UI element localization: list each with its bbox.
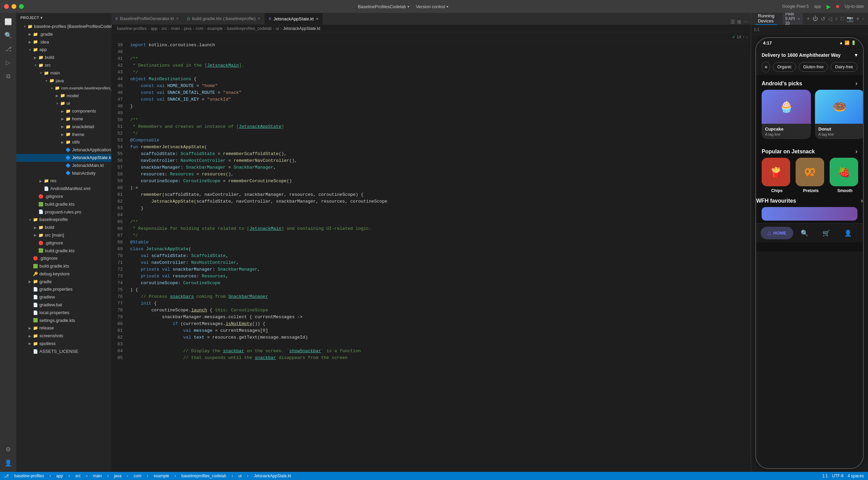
tree-item-gitignore-bp[interactable]: ▶ 🔴 .gitignore [16,239,111,247]
tab-baselineprofile[interactable]: K BaselineProfileGenerator.kt ✕ [111,13,183,24]
tree-item-appstate[interactable]: ▶ 🔷 JetsnackAppState.kt [16,154,111,162]
tree-item-gradle-props[interactable]: ▶ 📄 gradle.properties [16,286,111,293]
maximize-button[interactable] [19,4,24,9]
panel-action-volume-up[interactable]: + [856,16,859,22]
breadcrumb-9[interactable]: JetsnackAppState.kt [283,26,320,31]
tree-item-utils[interactable]: ▶ 📁 utils [16,138,111,146]
tree-item-local-props[interactable]: ▶ 📄 local.properties [16,309,111,317]
tree-item-build-gradle-bp[interactable]: ▶ 🟩 build.gradle.kts [16,247,111,255]
tree-item-build-gradle-root[interactable]: ▶ 🟩 build.gradle.kts [16,262,111,270]
androids-picks-arrow[interactable]: › [855,80,857,87]
panel-action-volume-down[interactable]: - [862,16,864,22]
tree-item-settings-gradle[interactable]: ▶ 🟩 settings.gradle.kts [16,317,111,325]
tree-item-src-main[interactable]: ▶ 📁 src [main] [16,232,111,239]
tree-item-spotless[interactable]: ▶ 📁 spotless [16,340,111,348]
filter-glutenfree[interactable]: Gluten-free [799,62,828,72]
tree-item-proguard[interactable]: ▶ 📄 proguard-rules.pro [16,208,111,216]
filter-icon-btn[interactable]: ≡ [762,62,770,72]
tree-item-snackdetail[interactable]: ▶ 📁 snackdetail [16,123,111,131]
panel-action-home[interactable]: ○ [835,16,838,22]
code-editor[interactable]: 39 40 41 42 43 44 45 46 47 48 49 50 51 5… [111,42,751,472]
code-content[interactable]: import kotlinx.coroutines.launch /** * D… [127,42,751,472]
run-debug-icon[interactable]: ▷ [2,56,14,69]
tree-item-home[interactable]: ▶ 📁 home [16,115,111,123]
breadcrumb-3[interactable]: main [171,26,180,31]
account-icon[interactable]: 👤 [2,457,14,469]
nav-search[interactable]: 🔍 [794,227,815,240]
tab-appstate[interactable]: K JetsnackAppState.kt ✕ [265,13,323,24]
split-view-icon[interactable]: ⊞ [737,19,741,24]
tree-item-keystore[interactable]: ▶ 🔑 debug.keystore [16,270,111,278]
tree-item-manifest[interactable]: ▶ 📄 AndroidManifest.xml [16,185,111,193]
nav-home[interactable]: ⌂ HOME [761,227,793,239]
tree-item-main[interactable]: ▾ 📁 main [16,69,111,77]
close-button[interactable] [4,4,9,9]
breadcrumb-4[interactable]: java [184,26,191,31]
tree-item-build[interactable]: ▶ 📁 build [16,54,111,62]
tree-item-mainactivity[interactable]: ▶ 🔷 MainActivity [16,170,111,177]
run-button[interactable]: ▶ [827,3,831,10]
wfh-arrow[interactable]: › [861,197,863,204]
tree-item-assets-license[interactable]: ▶ 📄 ASSETS_LICENSE [16,348,111,356]
breadcrumb-5[interactable]: com [195,26,203,31]
cupcake-card[interactable]: 🧁 Cupcake A tag line [762,90,811,139]
breadcrumb-1[interactable]: app [151,26,157,31]
breadcrumb-7[interactable]: baselineprofiles_codelab [227,26,272,31]
add-device-button[interactable]: + [807,16,810,22]
tree-item-app[interactable]: ▾ 📁 app [16,46,111,54]
tree-item-baselineprofile[interactable]: ▾ 📁 baselineprofile [16,216,111,224]
panel-action-power[interactable]: ⏻ [813,16,818,22]
tree-item-gitignore-root[interactable]: ▶ 🔴 .gitignore [16,255,111,262]
nav-profile[interactable]: 👤 [837,227,858,240]
list-view-icon[interactable]: ☰ [731,19,735,24]
version-control[interactable]: Version control ▾ [416,4,448,9]
search-icon[interactable]: 🔍 [2,29,14,41]
popular-arrow[interactable]: › [855,148,857,155]
breadcrumb-8[interactable]: ui [276,26,279,31]
panel-action-recent[interactable]: □ [841,16,844,22]
tree-item-model[interactable]: ▶ 📁 model [16,92,111,100]
tree-item-gradle-root[interactable]: ▶ 📁 .gradle [16,31,111,38]
popular-chips[interactable]: 🍟 Chips [762,158,792,193]
tree-item-gitignore-app[interactable]: ▶ 🔴 .gitignore [16,193,111,201]
filter-dairyfree[interactable]: Dairy-free [831,62,857,72]
tree-item-build-gradle-app[interactable]: ▶ 🟩 build.gradle.kts [16,201,111,208]
tree-item-idea[interactable]: ▶ 📁 .idea [16,38,111,46]
tree-root[interactable]: ▾ 📁 baseline-profiles [BaselineProfilesC… [16,23,111,31]
stop-button[interactable]: ■ [836,3,839,10]
breadcrumb-6[interactable]: example [207,26,223,31]
tree-item-java[interactable]: ▾ 📁 java [16,77,111,85]
window-controls[interactable] [4,4,24,9]
tab-close-0[interactable]: ✕ [176,17,179,20]
panel-action-rotate[interactable]: ↺ [821,16,825,22]
minimize-button[interactable] [12,4,16,9]
tree-item-jetsnackmain[interactable]: ▶ 🔷 JetsnackMain.kt [16,162,111,170]
tab-close-2[interactable]: ✕ [316,17,318,21]
project-name[interactable]: BaselineProfilesCodelab ▾ [358,4,409,9]
delivery-arrow[interactable]: ▾ [855,52,857,58]
pixel-tab-close[interactable]: ✕ [797,17,800,21]
tree-item-build-bp[interactable]: ▶ 📁 build [16,224,111,232]
tree-item-release[interactable]: ▶ 📁 release [16,324,111,332]
tree-item-src[interactable]: ▾ 📁 src [16,62,111,69]
settings-icon[interactable]: ⚙ [2,443,14,456]
tab-close-1[interactable]: ✕ [258,17,260,20]
tree-item-res[interactable]: ▶ 📁 res [16,177,111,185]
nav-cart[interactable]: 🛒 [816,227,837,240]
breadcrumb-0[interactable]: baseline-profiles [117,26,146,31]
tree-item-jetsnack-app[interactable]: ▶ 🔷 JetsnackApplication [16,146,111,154]
tree-item-components[interactable]: ▶ 📁 components [16,107,111,115]
tree-item-ui[interactable]: ▾ 📁 ui [16,100,111,107]
running-devices-tab[interactable]: Running Devices [755,13,777,25]
tab-buildgradle[interactable]: G build.gradle.kts (:baselineprofile) ✕ [183,13,265,24]
explorer-icon[interactable]: ⬜ [2,16,14,28]
panel-action-back[interactable]: ◁ [828,16,832,22]
more-options-icon[interactable]: ⋯ [743,19,748,24]
breadcrumb-2[interactable]: src [161,26,167,31]
donut-card[interactable]: 🍩 Donut A tag line [815,90,863,139]
filter-organic[interactable]: Organic [773,62,796,72]
popular-pretzels[interactable]: 🥨 Pretzels [796,158,826,193]
git-lens-btn[interactable]: ✓ 14 ↑ ↓ [732,35,748,39]
extensions-icon[interactable]: ⧉ [2,70,14,82]
tree-item-gradlew-bat[interactable]: ▶ 📄 gradlew.bat [16,301,111,309]
